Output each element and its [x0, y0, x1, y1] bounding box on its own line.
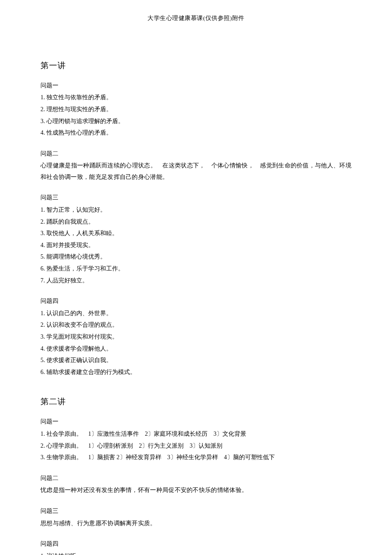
list-item: 2. 认识和改变不合理的观点。: [40, 319, 352, 331]
list-item: 2. 心理学原由。 1〕心理剖析派别 2〕行为主义派别 3〕认知派别: [40, 440, 352, 452]
lecture1-q1: 问题一 1. 独立性与依靠性的矛盾。 2. 理想性与现实性的矛盾。 3. 心理闭…: [40, 80, 352, 139]
list-item: 4. 面对并接受现实。: [40, 240, 352, 251]
list-item: 4. 性成熟与性心理的矛盾。: [40, 127, 352, 139]
list-item: 7. 人品完好独立。: [40, 275, 352, 287]
q1-label: 问题一: [40, 416, 352, 428]
lecture2-q4: 问题四 1. 议论性幻听: [40, 538, 352, 555]
list-item: 6. 辅助求援者建立合理的行为模式。: [40, 367, 352, 378]
q1-label: 问题一: [40, 80, 352, 92]
lecture2-q1: 问题一 1. 社会学原由。 1〕应激性生活事件 2〕家庭环境和成长经历 3〕文化…: [40, 416, 352, 463]
list-item: 3. 心理闭锁与追求理解的矛盾。: [40, 116, 352, 127]
lecture1-q2: 问题二 心理健康是指一种踊跃而连续的心理状态。 在这类状态下， 个体心情愉快， …: [40, 148, 352, 183]
q4-label: 问题四: [40, 538, 352, 550]
list-item: 6. 热爱生活，乐于学习和工作。: [40, 263, 352, 275]
q2-label: 问题二: [40, 473, 352, 484]
list-item: 3. 取悦他人，人机关系和睦。: [40, 228, 352, 239]
q2-text: 心理健康是指一种踊跃而连续的心理状态。 在这类状态下， 个体心情愉快， 感觉到生…: [40, 160, 352, 183]
list-item: 2. 理想性与现实性的矛盾。: [40, 104, 352, 115]
lecture1-q4: 问题四 1. 认识自己的内、外世界。 2. 认识和改变不合理的观点。 3. 学见…: [40, 296, 352, 378]
list-item: 5. 使求援者正确认识自我。: [40, 355, 352, 366]
page-header: 大学生心理健康慕课(仅供参照)附件: [40, 13, 352, 24]
list-item: 3. 学见面对现实和对付现实。: [40, 331, 352, 343]
lecture1-title: 第一讲: [40, 58, 352, 73]
q2-text: 忧虑是指一种对还没有发生的事情，怀有一种局促不安的不快乐的情绪体验。: [40, 485, 352, 496]
q3-label: 问题三: [40, 192, 352, 204]
lecture1-q3: 问题三 1. 智力正常，认知完好。 2. 踊跃的自我观点。 3. 取悦他人，人机…: [40, 192, 352, 286]
list-item: 1. 社会学原由。 1〕应激性生活事件 2〕家庭环境和成长经历 3〕文化背景: [40, 428, 352, 440]
list-item: 1. 智力正常，认知完好。: [40, 204, 352, 216]
q2-label: 问题二: [40, 148, 352, 160]
list-item: 3. 生物学原由。 1〕脑损害 2〕神经发育异样 3〕神经生化学异样 4〕脑的可…: [40, 452, 352, 463]
lecture2-q3: 问题三 思想与感情、行为意愿不协调解离开实质。: [40, 506, 352, 529]
list-item: 1. 认识自己的内、外世界。: [40, 308, 352, 319]
q3-text: 思想与感情、行为意愿不协调解离开实质。: [40, 518, 352, 529]
lecture2-title: 第二讲: [40, 394, 352, 409]
list-item: 2. 踊跃的自我观点。: [40, 216, 352, 228]
q4-label: 问题四: [40, 296, 352, 307]
list-item: 4. 使求援者学会理解他人。: [40, 343, 352, 355]
list-item: 5. 能调理情绪心境优秀。: [40, 251, 352, 263]
lecture2-q2: 问题二 忧虑是指一种对还没有发生的事情，怀有一种局促不安的不快乐的情绪体验。: [40, 473, 352, 496]
list-item: 1. 独立性与依靠性的矛盾。: [40, 92, 352, 104]
list-item: 1. 议论性幻听: [40, 551, 352, 555]
q3-label: 问题三: [40, 506, 352, 517]
